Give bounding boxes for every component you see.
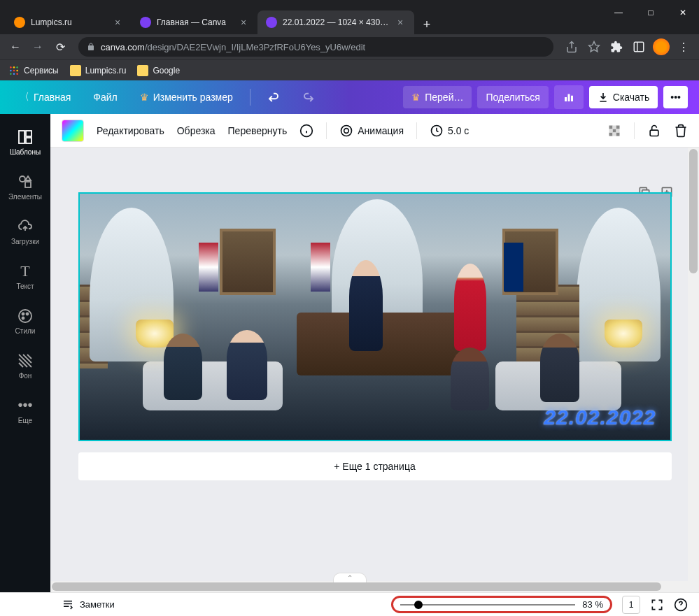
canva-sidebar: Шаблоны Элементы Загрузки T Текст Стили … <box>0 114 50 592</box>
browser-tab[interactable]: Главная — Canva × <box>132 10 257 34</box>
profile-avatar[interactable] <box>651 37 671 57</box>
fullscreen-button[interactable] <box>650 598 664 612</box>
tab-close-button[interactable]: × <box>395 17 406 28</box>
nav-reload-button[interactable]: ⟳ <box>50 37 70 57</box>
design-canvas[interactable]: 22.02.2022 <box>78 192 672 441</box>
canva-header: 〈 Главная Файл ♛ Изменить размер ♛ Перей… <box>0 80 699 114</box>
tab-close-button[interactable]: × <box>112 17 123 28</box>
svg-rect-19 <box>25 182 31 187</box>
nav-back-button[interactable]: ← <box>6 37 25 57</box>
workspace: Редактировать Обрезка Перевернуть Анимац… <box>50 114 699 592</box>
bookmark-item[interactable]: Lumpics.ru <box>70 65 127 76</box>
tab-close-button[interactable]: × <box>238 17 249 28</box>
duration-button[interactable]: 5.0 с <box>430 124 469 138</box>
delete-button[interactable] <box>674 124 688 138</box>
undo-button[interactable] <box>259 85 288 109</box>
nav-forward-button[interactable]: → <box>28 37 48 57</box>
download-button[interactable]: Скачать <box>589 86 658 108</box>
page-peek-handle[interactable]: ⌃ <box>333 573 367 582</box>
svg-rect-38 <box>613 132 616 136</box>
page-number-button[interactable]: 1 <box>622 596 640 614</box>
svg-point-28 <box>344 128 349 133</box>
add-page-bar[interactable]: + Еще 1 страница <box>78 452 672 480</box>
edit-image-button[interactable]: Редактировать <box>97 125 164 136</box>
transparency-button[interactable] <box>607 124 621 138</box>
svg-rect-14 <box>571 96 573 101</box>
svg-marker-0 <box>589 42 600 52</box>
flip-button[interactable]: Перевернуть <box>228 125 288 136</box>
window-maximize-button[interactable]: □ <box>635 0 667 25</box>
window-minimize-button[interactable]: — <box>602 0 635 25</box>
url-input[interactable]: canva.com/design/DAE2EVwjn_I/IjLMe3PzfRF… <box>78 37 553 57</box>
browser-tab-active[interactable]: 22.01.2022 — 1024 × 430 пикс × <box>257 10 414 34</box>
sidebar-label: Стили <box>15 327 36 335</box>
crop-button[interactable]: Обрезка <box>177 125 216 136</box>
upgrade-button[interactable]: ♛ Перей… <box>403 86 472 108</box>
svg-rect-35 <box>613 125 616 129</box>
sidebar-item-elements[interactable]: Элементы <box>0 164 50 209</box>
extensions-icon[interactable] <box>607 37 626 57</box>
apps-icon <box>8 65 20 76</box>
sidebar-item-uploads[interactable]: Загрузки <box>0 209 50 254</box>
color-picker-button[interactable] <box>62 120 84 142</box>
zoom-slider[interactable] <box>400 604 575 606</box>
zoom-slider-thumb[interactable] <box>414 601 423 609</box>
sidebar-item-templates[interactable]: Шаблоны <box>0 120 50 164</box>
tab-title: Главная — Canva <box>157 17 232 27</box>
styles-icon <box>17 308 34 324</box>
notes-icon <box>62 599 74 611</box>
favicon-icon <box>14 17 25 28</box>
date-text-overlay[interactable]: 22.02.2022 <box>544 406 656 429</box>
svg-rect-16 <box>26 131 31 136</box>
resize-label: Изменить размер <box>153 92 233 103</box>
svg-rect-15 <box>19 131 24 143</box>
svg-point-8 <box>16 69 18 71</box>
insights-button[interactable] <box>554 85 584 109</box>
vertical-scrollbar[interactable] <box>688 148 699 592</box>
info-button[interactable] <box>299 124 313 138</box>
canvas-area[interactable]: 22.02.2022 + Еще 1 страница <box>50 148 699 592</box>
svg-rect-36 <box>609 129 613 132</box>
chevron-left-icon: 〈 <box>20 91 29 103</box>
sidebar-item-more[interactable]: ••• Еще <box>0 388 50 433</box>
lock-button[interactable] <box>647 124 661 138</box>
sidebar-item-styles[interactable]: Стили <box>0 299 50 343</box>
more-menu-button[interactable]: ••• <box>663 86 688 108</box>
sidebar-label: Загрузки <box>11 238 39 245</box>
bookmarks-bar: Сервисы Lumpics.ru Google <box>0 59 699 80</box>
zoom-value[interactable]: 83 % <box>582 599 603 610</box>
sidebar-label: Элементы <box>8 193 42 201</box>
star-icon[interactable] <box>584 37 604 57</box>
svg-point-11 <box>16 73 18 75</box>
redo-button[interactable] <box>294 85 323 109</box>
animate-button[interactable]: Анимация <box>339 124 404 138</box>
sidebar-label: Шаблоны <box>10 148 41 156</box>
bookmark-item[interactable]: Сервисы <box>8 65 59 76</box>
reading-list-icon[interactable] <box>629 37 649 57</box>
editor-footer: Заметки 83 % 1 <box>0 592 699 616</box>
new-tab-button[interactable]: + <box>417 15 437 34</box>
crown-icon: ♛ <box>411 92 421 103</box>
window-close-button[interactable]: ✕ <box>667 0 699 25</box>
browser-addressbar: ← → ⟳ canva.com/design/DAE2EVwjn_I/IjLMe… <box>0 34 699 59</box>
file-menu-button[interactable]: Файл <box>85 86 125 108</box>
help-button[interactable] <box>674 598 688 612</box>
sidebar-item-background[interactable]: Фон <box>0 343 50 388</box>
bookmark-item[interactable]: Google <box>137 65 180 76</box>
share-icon[interactable] <box>562 37 581 57</box>
window-titlebar <box>0 0 699 9</box>
horizontal-scrollbar[interactable] <box>50 581 699 592</box>
bookmark-label: Сервисы <box>24 66 59 76</box>
share-button[interactable]: Поделиться <box>477 86 548 108</box>
svg-rect-33 <box>609 132 613 136</box>
svg-rect-39 <box>650 130 658 136</box>
svg-point-7 <box>13 69 15 71</box>
svg-rect-30 <box>609 125 613 129</box>
browser-tab[interactable]: Lumpics.ru × <box>6 10 132 34</box>
url-path: /design/DAE2EVwjn_I/IjLMe3PzfRFoU6Yes_yU… <box>145 42 365 52</box>
notes-button[interactable]: Заметки <box>80 599 115 610</box>
browser-menu-button[interactable]: ⋮ <box>674 37 693 57</box>
home-button[interactable]: 〈 Главная <box>11 85 79 109</box>
sidebar-item-text[interactable]: T Текст <box>0 254 50 299</box>
resize-button[interactable]: ♛ Изменить размер <box>132 86 241 108</box>
